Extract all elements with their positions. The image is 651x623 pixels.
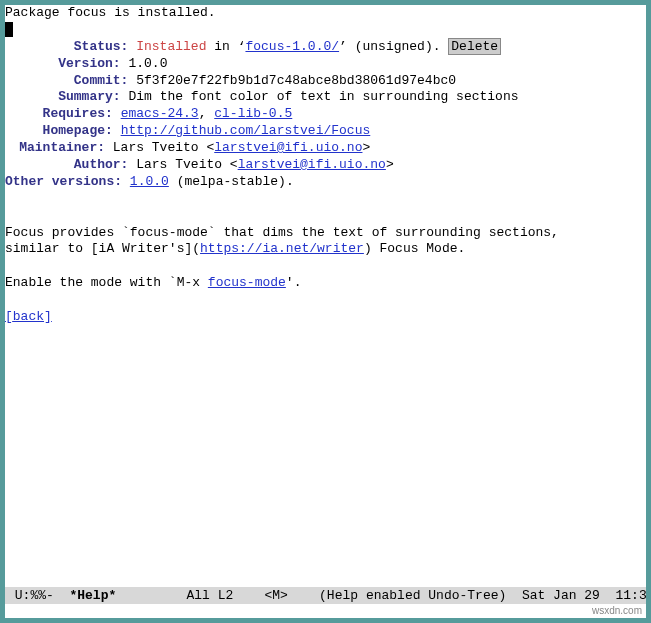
- requires-label: Requires:: [13, 106, 113, 123]
- commit-value: 5f3f20e7f22fb9b1d7c48abce8bd38061d97e4bc…: [136, 73, 456, 88]
- description-para2-pre: Enable the mode with `M-x: [5, 275, 208, 290]
- requires-link-emacs[interactable]: emacs-24.3: [121, 106, 199, 121]
- modeline-rest: All L2 <M> (Help enabled Undo-Tree) Sat …: [116, 588, 646, 603]
- version-label: Version:: [21, 56, 121, 73]
- summary-label: Summary:: [21, 89, 121, 106]
- requires-sep: ,: [199, 106, 215, 121]
- mode-line: U:%%- *Help* All L2 <M> (Help enabled Un…: [5, 587, 646, 604]
- summary-value: Dim the font color of text in surroundin…: [128, 89, 518, 104]
- focus-mode-link[interactable]: focus-mode: [208, 275, 286, 290]
- status-label: Status:: [28, 39, 128, 56]
- modeline-left: U:%%-: [7, 588, 69, 603]
- author-email[interactable]: larstvei@ifi.uio.no: [238, 157, 386, 172]
- back-close[interactable]: ]: [44, 309, 52, 324]
- maintainer-post: >: [362, 140, 370, 155]
- status-dir-link[interactable]: focus-1.0.0/: [245, 39, 339, 54]
- status-in-text: in ‘: [206, 39, 245, 54]
- delete-button[interactable]: Delete: [448, 38, 501, 55]
- modeline-buffer-name: *Help*: [69, 588, 116, 603]
- requires-link-cllib[interactable]: cl-lib-0.5: [214, 106, 292, 121]
- point-cursor: [5, 22, 13, 37]
- author-pre: Lars Tveito <: [136, 157, 237, 172]
- commit-label: Commit:: [28, 73, 128, 90]
- header-line: Package focus is installed.: [5, 5, 216, 20]
- other-versions-link[interactable]: 1.0.0: [130, 174, 169, 189]
- maintainer-pre: Lars Tveito <: [113, 140, 214, 155]
- description-para2-post: '.: [286, 275, 302, 290]
- help-buffer: Package focus is installed. Status: Inst…: [5, 5, 646, 326]
- watermark: wsxdn.com: [592, 605, 642, 616]
- description-para1-post: ) Focus Mode.: [364, 241, 465, 256]
- other-versions-label: Other versions:: [5, 174, 122, 189]
- status-value: Installed: [136, 39, 206, 54]
- description-para1-link[interactable]: https://ia.net/writer: [200, 241, 364, 256]
- homepage-link[interactable]: http://github.com/larstvei/Focus: [121, 123, 371, 138]
- author-post: >: [386, 157, 394, 172]
- maintainer-email[interactable]: larstvei@ifi.uio.no: [214, 140, 362, 155]
- other-versions-suffix: (melpa-stable).: [169, 174, 294, 189]
- back-open[interactable]: [: [5, 309, 13, 324]
- author-label: Author:: [28, 157, 128, 174]
- status-suffix: ’ (unsigned).: [339, 39, 448, 54]
- homepage-label: Homepage:: [13, 123, 113, 140]
- back-button[interactable]: back: [13, 309, 44, 324]
- maintainer-label: Maintainer:: [5, 140, 105, 157]
- version-value: 1.0.0: [128, 56, 167, 71]
